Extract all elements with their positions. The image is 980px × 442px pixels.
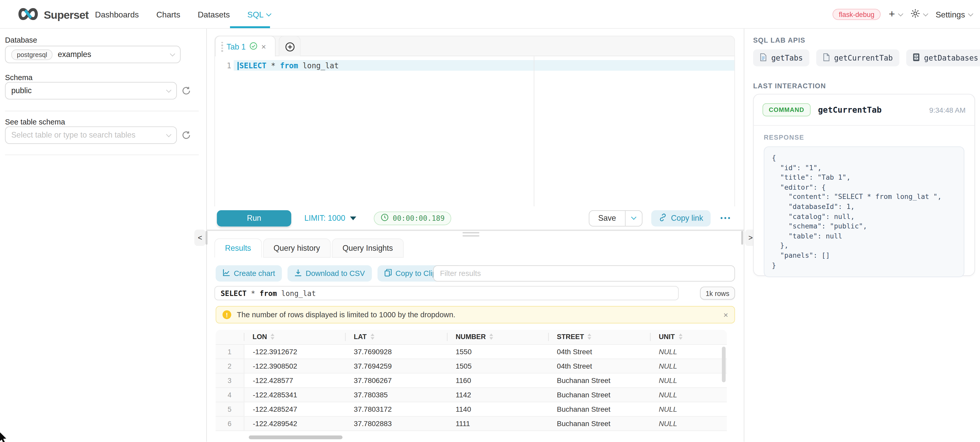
command-name: getCurrentTab bbox=[818, 105, 929, 115]
sidebar-resize-bar[interactable] bbox=[206, 231, 207, 245]
chevron-down-icon bbox=[170, 51, 175, 56]
refresh-tables-icon[interactable] bbox=[182, 131, 191, 139]
chevron-down-icon bbox=[166, 87, 172, 93]
results-table: LON LAT NUMBER STREET UNIT 1-122.3912672… bbox=[216, 330, 727, 442]
response-json-box: { "id": "1", "title": "Tab 1", "editor":… bbox=[764, 146, 964, 277]
row-limit-alert: The number of rows displayed is limited … bbox=[216, 306, 735, 324]
filter-results-input[interactable] bbox=[433, 265, 735, 282]
database-value: examples bbox=[58, 50, 91, 59]
chevron-down-icon bbox=[968, 11, 973, 16]
text-cursor bbox=[237, 62, 239, 70]
environment-badge: flask-debug bbox=[832, 9, 880, 20]
nav-item-charts[interactable]: Charts bbox=[156, 10, 180, 19]
sort-icon[interactable] bbox=[370, 333, 374, 340]
copy-link-button[interactable]: Copy link bbox=[651, 210, 711, 226]
sidebar-divider bbox=[5, 111, 199, 111]
column-header-number[interactable]: NUMBER bbox=[447, 330, 548, 344]
new-tab-button[interactable] bbox=[279, 36, 301, 57]
chart-icon bbox=[223, 269, 230, 278]
tab-query-insights[interactable]: Query Insights bbox=[332, 238, 403, 258]
collapse-sidebar-button[interactable]: < bbox=[194, 230, 206, 246]
brand-name: Superset bbox=[44, 9, 89, 22]
navbar: Superset Dashboards Charts Datasets SQL … bbox=[0, 0, 980, 29]
row-count-badge: 1k rows bbox=[700, 286, 735, 300]
column-header-street[interactable]: STREET bbox=[548, 330, 650, 344]
command-badge: COMMAND bbox=[762, 103, 810, 116]
table-header-row: LON LAT NUMBER STREET UNIT bbox=[216, 330, 727, 344]
column-header-lon[interactable]: LON bbox=[244, 330, 345, 344]
alert-message: The number of rows displayed is limited … bbox=[237, 310, 723, 319]
api-panel-title: SQL LAB APIS bbox=[753, 36, 805, 44]
database-label: Database bbox=[5, 36, 37, 45]
copy-icon bbox=[384, 269, 391, 278]
schema-label: Schema bbox=[5, 73, 33, 82]
column-header-unit[interactable]: UNIT bbox=[650, 330, 727, 344]
chevron-down-icon bbox=[166, 132, 172, 137]
run-button[interactable]: Run bbox=[217, 210, 291, 226]
get-tabs-button[interactable]: getTabs bbox=[753, 49, 809, 67]
table-row: 5-122.428524737.78031721140Buchanan Stre… bbox=[216, 402, 727, 416]
sidebar-divider bbox=[5, 155, 199, 155]
sort-icon[interactable] bbox=[678, 333, 682, 340]
close-alert-icon[interactable]: × bbox=[723, 311, 728, 319]
save-button[interactable]: Save bbox=[590, 211, 625, 226]
database-select[interactable]: postgresql examples bbox=[5, 46, 181, 63]
settings-menu[interactable]: Settings bbox=[935, 10, 972, 19]
sql-editor[interactable]: 1 SELECT * from long_lat bbox=[214, 56, 735, 206]
close-tab-icon[interactable]: × bbox=[261, 43, 266, 51]
horizontal-scrollbar[interactable] bbox=[249, 436, 342, 439]
chevron-down-icon bbox=[898, 11, 903, 16]
get-databases-button[interactable]: getDatabases bbox=[906, 49, 980, 67]
tab-query-history[interactable]: Query history bbox=[263, 238, 331, 258]
get-current-tab-button[interactable]: getCurrentTab bbox=[816, 49, 899, 67]
editor-tab-title: Tab 1 bbox=[227, 42, 246, 51]
chevron-down-icon bbox=[631, 214, 636, 220]
refresh-schema-icon[interactable] bbox=[182, 86, 191, 95]
save-split-button: Save bbox=[589, 210, 642, 226]
tab-results[interactable]: Results bbox=[214, 238, 261, 258]
chevron-down-icon bbox=[266, 11, 271, 16]
save-options-button[interactable] bbox=[625, 211, 641, 226]
vertical-scrollbar[interactable] bbox=[722, 346, 725, 382]
query-timer: 00:00:00.189 bbox=[374, 211, 451, 225]
new-item-menu[interactable]: + bbox=[889, 10, 902, 19]
more-actions-icon[interactable] bbox=[721, 217, 730, 219]
table-select-placeholder: Select table or type to search tables bbox=[11, 131, 135, 139]
table-row: 1-122.391267237.7690928155004th StreetNU… bbox=[216, 344, 727, 359]
plus-icon: + bbox=[889, 8, 895, 19]
limit-dropdown[interactable]: LIMIT: 1000 bbox=[304, 214, 356, 222]
nav-item-sql[interactable]: SQL bbox=[247, 10, 270, 19]
resize-handle[interactable] bbox=[463, 232, 479, 236]
drag-handle-icon[interactable] bbox=[221, 41, 223, 52]
schema-value: public bbox=[11, 86, 32, 95]
link-icon bbox=[659, 213, 667, 223]
table-select[interactable]: Select table or type to search tables bbox=[5, 126, 177, 144]
interaction-header: COMMAND getCurrentTab 9:34:48 AM bbox=[754, 94, 974, 126]
sort-icon[interactable] bbox=[588, 333, 592, 340]
sql-code-line: SELECT * from long_lat bbox=[237, 61, 339, 70]
caret-down-icon bbox=[350, 216, 356, 220]
sidebar: Database postgresql examples Schema publ… bbox=[0, 29, 207, 442]
table-row: 4-122.428534137.7803851142Buchanan Stree… bbox=[216, 387, 727, 402]
superset-logo-icon bbox=[17, 7, 40, 24]
nav-item-dashboards[interactable]: Dashboards bbox=[95, 10, 139, 19]
superset-brand[interactable]: Superset bbox=[17, 7, 89, 24]
column-header-lat[interactable]: LAT bbox=[345, 330, 447, 344]
editor-tab[interactable]: Tab 1 × bbox=[215, 36, 276, 57]
table-row: 3-122.42857737.78062671160Buchanan Stree… bbox=[216, 373, 727, 387]
line-number: 1 bbox=[215, 61, 231, 70]
results-actions: Create chart Download to CSV Copy to Cli… bbox=[216, 265, 462, 282]
download-csv-button[interactable]: Download to CSV bbox=[288, 265, 372, 282]
theme-menu[interactable] bbox=[910, 8, 928, 20]
response-json: { "id": "1", "title": "Tab 1", "editor":… bbox=[772, 153, 956, 270]
right-panel-resize-bar[interactable] bbox=[741, 231, 743, 245]
schema-select[interactable]: public bbox=[5, 82, 177, 99]
active-nav-indicator bbox=[230, 26, 270, 28]
editor-results-divider bbox=[207, 230, 744, 231]
last-interaction-title: LAST INTERACTION bbox=[753, 82, 826, 89]
sort-icon[interactable] bbox=[490, 333, 493, 340]
create-chart-button[interactable]: Create chart bbox=[216, 265, 282, 282]
nav-item-datasets[interactable]: Datasets bbox=[198, 10, 230, 19]
sort-icon[interactable] bbox=[271, 333, 275, 340]
mouse-cursor bbox=[0, 432, 9, 442]
